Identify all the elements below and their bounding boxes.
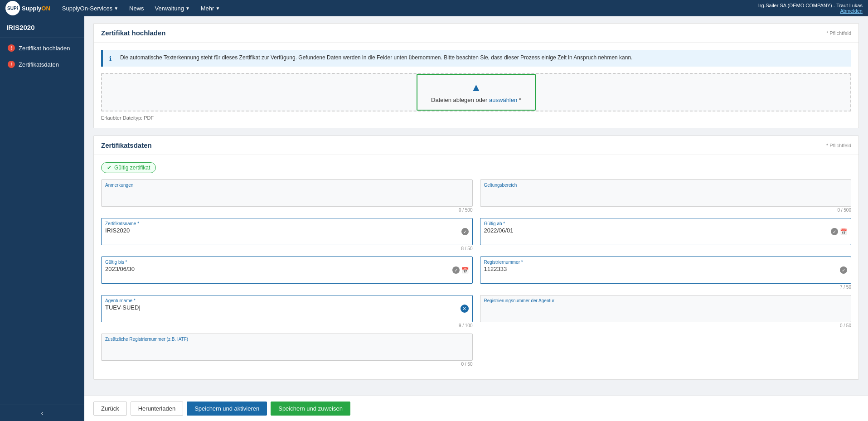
chevron-down-icon-3: ▼ bbox=[215, 6, 220, 11]
upload-box[interactable]: ▲ Dateien ablegen oder auswählen * bbox=[417, 74, 536, 111]
zusatz-counter: 0 / 50 bbox=[101, 362, 473, 367]
form-row-3: Gültig bis * 2023/06/30 ✓ 📅 Registriernu… bbox=[101, 256, 851, 290]
upload-dropzone[interactable]: ▲ Dateien ablegen oder auswählen * bbox=[101, 73, 851, 111]
back-button[interactable]: Zurück bbox=[93, 402, 127, 414]
upload-section-title: Zertifikat hochladen bbox=[101, 29, 166, 37]
form-row-5: Zusätzliche Registriernummer (z.B. IATF)… bbox=[101, 334, 851, 367]
svg-text:SUPPLY: SUPPLY bbox=[7, 6, 18, 11]
topnav-items: SupplyOn-Services ▼ News Verwaltung ▼ Me… bbox=[58, 3, 758, 14]
anmerkungen-field[interactable]: Anmerkungen bbox=[101, 179, 473, 207]
check-icon-3: ✓ bbox=[452, 266, 460, 274]
nav-news[interactable]: News bbox=[125, 3, 149, 14]
anmerkungen-value[interactable] bbox=[105, 189, 469, 198]
nav-mehr[interactable]: Mehr ▼ bbox=[196, 3, 225, 14]
save-assign-button[interactable]: Speichern und zuweisen bbox=[271, 402, 350, 414]
file-type-label: Erlaubter Dateityp: PDF bbox=[101, 115, 851, 121]
form-col-anmerkungen: Anmerkungen 0 / 500 bbox=[101, 179, 473, 213]
upload-section-header: Zertifikat hochladen * Pflichtfeld bbox=[94, 24, 858, 43]
cert-section-title: Zertifikatsdaten bbox=[101, 141, 152, 149]
gueltig-bis-field[interactable]: Gültig bis * 2023/06/30 ✓ 📅 bbox=[101, 256, 473, 284]
reg-agentur-counter: 0 / 50 bbox=[480, 323, 852, 328]
topnav: SUPPLY SupplyON SupplyOn-Services ▼ News… bbox=[0, 0, 868, 16]
auswahlen-link[interactable]: auswählen bbox=[489, 97, 517, 103]
sidebar: IRIS2020 ! Zertifikat hochladen ! Zertif… bbox=[0, 16, 84, 414]
form-col-zertifikatsname: Zertifikatsname * IRIS2020 ✓ 8 / 50 bbox=[101, 218, 473, 251]
form-col-gueltig-ab: Gültig ab * 2022/06/01 ✓ 📅 bbox=[480, 218, 852, 251]
upload-text: Dateien ablegen oder auswählen * bbox=[431, 97, 521, 103]
registriernummer-value[interactable]: 1122333 bbox=[484, 266, 848, 275]
error-indicator-2: ! bbox=[8, 61, 15, 68]
gueltig-ab-value[interactable]: 2022/06/01 bbox=[484, 227, 848, 236]
sidebar-item-zertifikatsdaten[interactable]: ! Zertifikatsdaten bbox=[0, 56, 84, 73]
gueltig-ab-icons: ✓ 📅 bbox=[831, 228, 847, 235]
save-activate-button[interactable]: Speichern und aktivieren bbox=[187, 402, 267, 414]
anmerkungen-label: Anmerkungen bbox=[105, 183, 469, 188]
reg-agentur-field[interactable]: Registrierungsnummer der Agentur bbox=[480, 295, 852, 322]
zertifikatsname-label: Zertifikatsname * bbox=[105, 221, 469, 226]
footer-bar: Zurück Herunterladen Speichern und aktiv… bbox=[84, 396, 868, 414]
upload-cloud-icon: ▲ bbox=[471, 81, 482, 94]
nav-supplyon-services[interactable]: SupplyOn-Services ▼ bbox=[58, 3, 123, 14]
form-row-1: Anmerkungen 0 / 500 Geltungsbereich 0 / … bbox=[101, 179, 851, 213]
registriernummer-label: Registriernummer * bbox=[484, 260, 848, 265]
gueltig-bis-value[interactable]: 2023/06/30 bbox=[105, 266, 469, 275]
form-row-4: Agenturname * TUEV-SUED| ✕ 9 / 100 Regis… bbox=[101, 295, 851, 328]
agenturname-field[interactable]: Agenturname * TUEV-SUED| ✕ bbox=[101, 295, 473, 322]
anmerkungen-counter: 0 / 500 bbox=[101, 208, 473, 213]
logo-supply: SupplyON bbox=[22, 5, 50, 12]
check-icon: ✓ bbox=[461, 228, 469, 235]
zusatz-value[interactable] bbox=[105, 343, 469, 352]
geltungsbereich-field[interactable]: Geltungsbereich bbox=[480, 179, 852, 207]
form-col-reg-agentur: Registrierungsnummer der Agentur 0 / 50 bbox=[480, 295, 852, 328]
form-row-2: Zertifikatsname * IRIS2020 ✓ 8 / 50 Gült… bbox=[101, 218, 851, 251]
pflichtfeld-label-cert: * Pflichtfeld bbox=[826, 143, 851, 148]
calendar-icon-2[interactable]: 📅 bbox=[461, 266, 469, 274]
zusatz-label: Zusätzliche Registriernummer (z.B. IATF) bbox=[105, 337, 469, 342]
info-box: ℹ Die automatische Texterkennung steht f… bbox=[101, 50, 851, 67]
agenturname-counter: 9 / 100 bbox=[101, 323, 473, 328]
calendar-icon[interactable]: 📅 bbox=[840, 228, 847, 235]
form-col-zusatz: Zusätzliche Registriernummer (z.B. IATF)… bbox=[101, 334, 473, 367]
pflichtfeld-label-upload: * Pflichtfeld bbox=[826, 30, 851, 36]
sidebar-title: IRIS2020 bbox=[0, 16, 84, 38]
zertifikatsname-value[interactable]: IRIS2020 bbox=[105, 227, 469, 236]
error-indicator: ! bbox=[8, 44, 15, 52]
logo[interactable]: SUPPLY SupplyON bbox=[5, 1, 50, 15]
checkmark-icon: ✔ bbox=[107, 165, 112, 171]
user-info-area: Irg-Sailer SA (DEMO COMPANY) - Traut Luk… bbox=[758, 3, 863, 14]
sidebar-collapse-button[interactable]: ‹ bbox=[0, 405, 84, 414]
reg-agentur-value[interactable] bbox=[484, 304, 848, 313]
check-icon-4: ✓ bbox=[840, 266, 847, 274]
gueltig-bis-icons: ✓ 📅 bbox=[452, 266, 469, 274]
agenturname-label: Agenturname * bbox=[105, 298, 469, 303]
gueltig-ab-field[interactable]: Gültig ab * 2022/06/01 ✓ 📅 bbox=[480, 218, 852, 245]
abmelden-link[interactable]: Abmelden bbox=[840, 8, 863, 14]
chevron-down-icon-2: ▼ bbox=[185, 6, 190, 11]
reg-agentur-label: Registrierungsnummer der Agentur bbox=[484, 298, 848, 303]
chevron-down-icon: ▼ bbox=[114, 6, 118, 11]
gueltig-ab-label: Gültig ab * bbox=[484, 221, 848, 226]
logo-circle: SUPPLY bbox=[5, 1, 20, 15]
registriernummer-field[interactable]: Registriernummer * 1122333 ✓ bbox=[480, 256, 852, 284]
geltungsbereich-counter: 0 / 500 bbox=[480, 208, 852, 213]
registriernummer-counter: 7 / 50 bbox=[480, 285, 852, 290]
zertifikatsname-field[interactable]: Zertifikatsname * IRIS2020 ✓ bbox=[101, 218, 473, 245]
nav-verwaltung[interactable]: Verwaltung ▼ bbox=[150, 3, 194, 14]
sidebar-item-zertifikat-hochladen[interactable]: ! Zertifikat hochladen bbox=[0, 40, 84, 56]
zertifikatsname-icons: ✓ bbox=[461, 228, 469, 235]
zusatz-field[interactable]: Zusätzliche Registriernummer (z.B. IATF) bbox=[101, 334, 473, 361]
cert-section-body: ✔ Gültig zertifikat Anmerkungen 0 / 500 bbox=[94, 155, 858, 379]
geltungsbereich-label: Geltungsbereich bbox=[484, 183, 848, 188]
cert-section: Zertifikatsdaten * Pflichtfeld ✔ Gültig … bbox=[93, 135, 859, 380]
download-button[interactable]: Herunterladen bbox=[131, 402, 183, 414]
valid-badge: ✔ Gültig zertifikat bbox=[101, 162, 156, 173]
sidebar-menu: ! Zertifikat hochladen ! Zertifikatsdate… bbox=[0, 38, 84, 405]
geltungsbereich-value[interactable] bbox=[484, 189, 848, 198]
form-col-registriernummer: Registriernummer * 1122333 ✓ 7 / 50 bbox=[480, 256, 852, 290]
agenturname-value[interactable]: TUEV-SUED| bbox=[105, 304, 469, 313]
agenturname-icons: ✕ bbox=[461, 305, 469, 313]
collapse-icon: ‹ bbox=[41, 410, 43, 414]
gueltig-bis-label: Gültig bis * bbox=[105, 260, 469, 265]
form-col-agenturname: Agenturname * TUEV-SUED| ✕ 9 / 100 bbox=[101, 295, 473, 328]
clear-icon[interactable]: ✕ bbox=[461, 305, 469, 313]
